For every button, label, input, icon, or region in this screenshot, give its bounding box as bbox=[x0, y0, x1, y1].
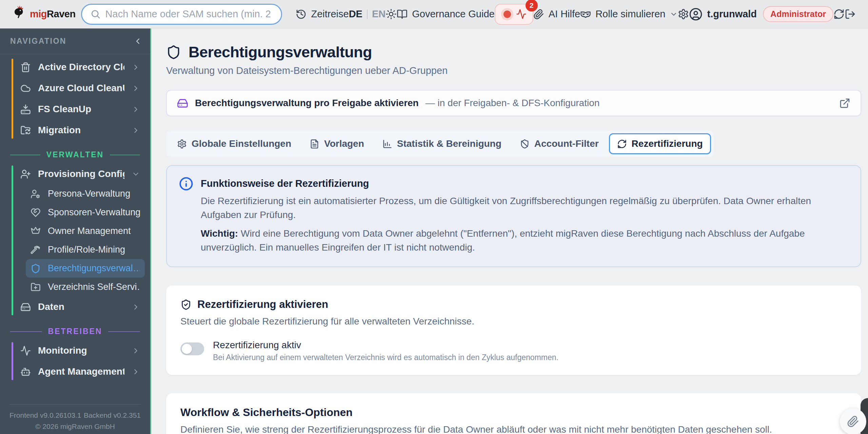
sidebar-item-persona-verwaltung[interactable]: Persona-Verwaltung bbox=[26, 184, 145, 203]
backend-version: Backend v0.2.351 bbox=[84, 411, 141, 419]
mask-icon bbox=[580, 9, 591, 20]
activity-icon bbox=[20, 346, 31, 356]
sidebar-item-fs-cleanup[interactable]: FS CleanUp bbox=[16, 99, 145, 120]
hard-drive-icon bbox=[177, 98, 188, 109]
topbar: migRaven Zeitreise DE EN Governance Guid… bbox=[0, 0, 868, 28]
governance-guide-button[interactable]: Governance Guide bbox=[397, 8, 494, 20]
gear-icon bbox=[678, 8, 689, 20]
main-content: Berechtigungsverwaltung Verwaltung von D… bbox=[151, 28, 868, 434]
banner-subtitle: — in der Freigaben- & DFS-Konfiguration bbox=[426, 98, 600, 108]
language-switch[interactable]: DE EN bbox=[349, 8, 386, 20]
chevron-down-icon bbox=[132, 170, 140, 178]
activation-card: Rezertifizierung aktivieren Steuert die … bbox=[166, 285, 861, 375]
sidebar-item-profile-role-mining[interactable]: Profile/Role-Mining bbox=[26, 240, 145, 259]
hard-drive-icon bbox=[20, 302, 31, 312]
share-activation-banner[interactable]: Berechtigungsverwaltung pro Freigabe akt… bbox=[166, 90, 861, 116]
tab-account-filter[interactable]: Account-Filter bbox=[512, 133, 607, 154]
search-input[interactable] bbox=[105, 8, 273, 20]
lang-en[interactable]: EN bbox=[372, 8, 386, 20]
logout-button[interactable] bbox=[845, 8, 856, 20]
collapse-sidebar-icon[interactable] bbox=[133, 37, 142, 46]
frontend-version: Frontend v9.0.26103.1 bbox=[9, 411, 81, 419]
toggle-knob bbox=[182, 344, 192, 354]
nav-group-verwalten: Provisioning Config Persona-Verwaltung S… bbox=[12, 163, 145, 317]
workflow-options-card: Workflow & Sicherheits-Optionen Definier… bbox=[166, 393, 861, 434]
gear-icon bbox=[177, 139, 187, 149]
refresh-button[interactable] bbox=[833, 8, 845, 20]
user-area: t.grunwald Administrator bbox=[689, 6, 833, 22]
heart-handshake-icon bbox=[31, 208, 41, 218]
chevron-right-icon bbox=[132, 347, 140, 355]
pulse-icon bbox=[516, 9, 527, 19]
sidebar-item-verzeichnis-self-service[interactable]: Verzeichnis Self-Servi… bbox=[26, 278, 145, 296]
chevron-right-icon bbox=[132, 84, 140, 93]
user-cog-icon bbox=[31, 189, 41, 199]
lang-de[interactable]: DE bbox=[349, 8, 362, 20]
sidebar: NAVIGATION Active Directory Cle… Azure C… bbox=[0, 28, 151, 434]
sidebar-nav: Active Directory Cle… Azure Cloud CleanU… bbox=[0, 55, 150, 434]
sidebar-item-sponsoren-verwaltung[interactable]: Sponsoren-Verwaltung bbox=[26, 203, 145, 222]
nav-group-cleanup: Active Directory Cle… Azure Cloud CleanU… bbox=[12, 57, 145, 141]
theme-toggle-button[interactable] bbox=[386, 8, 397, 20]
workflow-card-title: Workflow & Sicherheits-Optionen bbox=[180, 406, 847, 419]
folder-sync-icon bbox=[20, 125, 31, 136]
governance-guide-label: Governance Guide bbox=[412, 8, 494, 20]
sidebar-item-azure-cloud-cleanup[interactable]: Azure Cloud CleanUp bbox=[16, 78, 145, 99]
topbar-actions: Zeitreise DE EN Governance Guide 2 AI Hi… bbox=[296, 4, 856, 25]
sidebar-item-owner-management[interactable]: Owner Management bbox=[26, 222, 145, 240]
toggle-description: Bei Aktivierung auf einem verwalteten Ve… bbox=[213, 353, 558, 362]
external-link-button[interactable] bbox=[839, 98, 850, 109]
sidebar-item-active-directory-cleanup[interactable]: Active Directory Cle… bbox=[16, 57, 145, 78]
app-logo[interactable]: migRaven bbox=[10, 5, 76, 24]
page-shield-icon bbox=[166, 45, 181, 60]
lang-divider bbox=[367, 9, 368, 19]
chevron-right-icon bbox=[132, 303, 140, 311]
trash-icon bbox=[20, 62, 31, 73]
sidebar-item-agent-management[interactable]: Agent Management bbox=[16, 361, 145, 382]
sidebar-item-monitoring[interactable]: Monitoring bbox=[16, 340, 145, 361]
refresh-icon bbox=[833, 8, 845, 20]
cloud-icon bbox=[20, 83, 31, 94]
zeitreise-button[interactable]: Zeitreise bbox=[296, 8, 349, 20]
tab-statistik-bereinigung[interactable]: Statistik & Bereinigung bbox=[374, 133, 510, 154]
simulate-role-button[interactable]: Rolle simulieren bbox=[580, 8, 678, 20]
shield-ban-icon bbox=[520, 139, 530, 149]
crown-icon bbox=[31, 226, 41, 236]
system-health-button[interactable]: 2 bbox=[495, 4, 533, 25]
recert-toggle[interactable] bbox=[180, 342, 204, 355]
sidebar-item-daten[interactable]: Daten bbox=[16, 296, 145, 317]
tab-globale-einstellungen[interactable]: Globale Einstellungen bbox=[169, 133, 299, 154]
brand-name: migRaven bbox=[30, 8, 76, 20]
recertification-info-box: Funktionsweise der Rezertifizierung Die … bbox=[166, 165, 861, 267]
shield-check-icon bbox=[180, 299, 192, 310]
page-title: Berechtigungsverwaltung bbox=[189, 43, 372, 61]
sidebar-item-berechtigungsverwaltung[interactable]: Berechtigungsverwal… bbox=[26, 259, 145, 278]
toggle-label: Rezertifizierung aktiv bbox=[213, 340, 558, 351]
sidebar-footer: Frontend v9.0.26103.1 Backend v0.2.351 ©… bbox=[0, 394, 150, 434]
sun-icon bbox=[386, 8, 397, 20]
section-betreiben: BETREIBEN bbox=[10, 327, 140, 336]
global-search[interactable] bbox=[81, 4, 282, 25]
sidebar-item-migration[interactable]: Migration bbox=[16, 120, 145, 141]
settings-button[interactable] bbox=[678, 8, 689, 20]
ai-help-button[interactable]: AI Hilfe bbox=[533, 8, 580, 20]
chevron-right-icon bbox=[132, 105, 140, 114]
user-menu[interactable]: t.grunwald bbox=[689, 7, 757, 21]
folder-plus-icon bbox=[31, 282, 41, 292]
raven-logo-icon bbox=[10, 5, 28, 24]
role-badge: Administrator bbox=[763, 6, 833, 22]
tab-rezertifizierung[interactable]: Rezertifizierung bbox=[609, 133, 711, 154]
activation-card-description: Steuert die globale Rezertifizierung für… bbox=[180, 316, 847, 327]
navigation-label: NAVIGATION bbox=[10, 37, 66, 46]
sidebar-item-provisioning-config[interactable]: Provisioning Config bbox=[16, 163, 145, 184]
bar-chart-icon bbox=[382, 139, 392, 149]
paperclip-icon bbox=[847, 415, 859, 428]
sidebar-header: NAVIGATION bbox=[0, 28, 151, 54]
activation-card-title: Rezertifizierung aktivieren bbox=[197, 298, 328, 311]
nav-group-betreiben: Monitoring Agent Management bbox=[12, 340, 145, 382]
chevron-down-icon bbox=[670, 10, 678, 18]
attachment-fab[interactable] bbox=[840, 408, 866, 434]
username: t.grunwald bbox=[707, 8, 757, 20]
simulate-role-label: Rolle simulieren bbox=[595, 8, 665, 20]
tab-vorlagen[interactable]: Vorlagen bbox=[301, 133, 372, 154]
